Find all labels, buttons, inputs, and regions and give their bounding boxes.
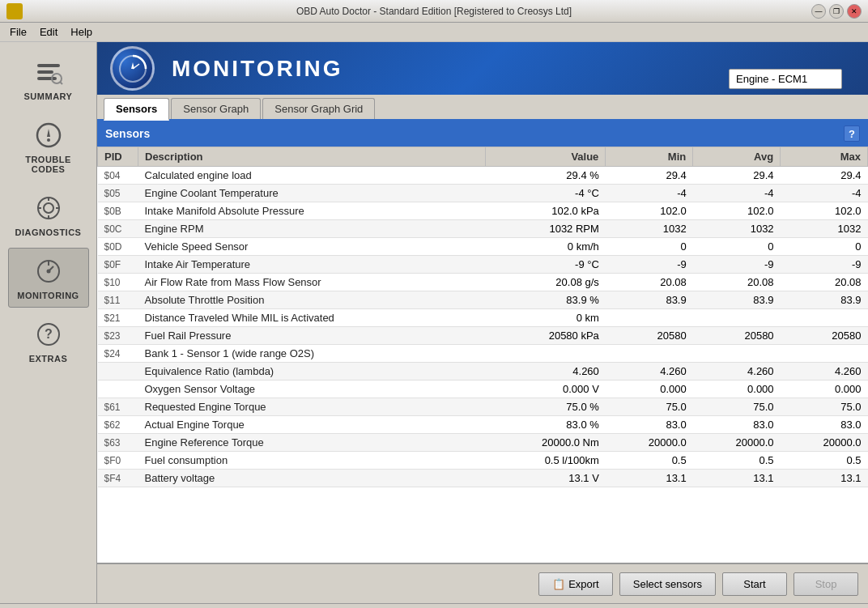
cell-avg: 75.0	[693, 398, 781, 416]
cell-description: Distance Traveled While MIL is Activated	[138, 309, 486, 327]
sidebar-item-trouble-codes[interactable]: TROUBLE CODES	[8, 112, 89, 181]
sidebar-item-summary[interactable]: SUMMARY	[8, 49, 89, 108]
cell-max: 1032	[781, 220, 868, 238]
table-row: $0C Engine RPM 1032 RPM 1032 1032 1032	[98, 220, 868, 238]
sidebar-item-extras[interactable]: ? EXTRAS	[8, 311, 89, 371]
cell-min: -4	[606, 185, 693, 202]
cell-max	[781, 345, 868, 363]
table-row: $04 Calculated engine load 29.4 % 29.4 2…	[98, 167, 868, 185]
cell-max: -9	[781, 256, 868, 274]
svg-text:?: ?	[45, 327, 53, 341]
cell-avg: 102.0	[693, 202, 781, 220]
trouble-codes-icon	[32, 119, 65, 151]
sensors-header-bar: Sensors ?	[97, 121, 868, 147]
svg-point-6	[47, 138, 50, 142]
sidebar-extras-label: EXTRAS	[29, 354, 68, 364]
cell-pid: $62	[98, 416, 138, 434]
sidebar-item-monitoring[interactable]: MONITORING	[8, 248, 89, 308]
menu-help[interactable]: Help	[64, 24, 99, 40]
table-row: $F4 Battery voltage 13.1 V 13.1 13.1 13.…	[98, 470, 868, 487]
cell-pid	[98, 381, 138, 398]
cell-value: 83.0 %	[485, 416, 606, 434]
cell-avg: 20.08	[693, 274, 781, 291]
cell-avg: -9	[693, 256, 781, 274]
tab-sensors[interactable]: Sensors	[104, 98, 169, 121]
cell-avg: 20580	[693, 327, 781, 345]
table-row: $61 Requested Engine Torque 75.0 % 75.0 …	[98, 398, 868, 416]
svg-rect-0	[37, 64, 60, 67]
cell-value: 102.0 kPa	[485, 202, 606, 220]
cell-min: 0	[606, 238, 693, 256]
cell-min: 20580	[606, 327, 693, 345]
tab-sensor-graph[interactable]: Sensor Graph	[171, 98, 261, 119]
sidebar-item-diagnostics[interactable]: DIAGNOSTICS	[8, 185, 89, 244]
cell-value	[485, 345, 606, 363]
cell-min: 0.000	[606, 381, 693, 398]
content-area: MONITORING Engine - ECM1 Transmission AB…	[97, 42, 868, 603]
cell-description: Oxygen Sensor Voltage	[138, 381, 486, 398]
cell-value: 0.5 l/100km	[485, 452, 606, 470]
stop-button[interactable]: Stop	[794, 572, 858, 596]
table-row: $10 Air Flow Rate from Mass Flow Sensor …	[98, 274, 868, 291]
cell-max: 102.0	[781, 202, 868, 220]
cell-description: Engine RPM	[138, 220, 486, 238]
cell-pid: $10	[98, 274, 138, 291]
table-row: $23 Fuel Rail Pressure 20580 kPa 20580 2…	[98, 327, 868, 345]
start-button[interactable]: Start	[722, 572, 787, 596]
sensors-table: PID Description Value Min Avg Max $04 Ca…	[97, 147, 868, 487]
help-button[interactable]: ?	[844, 125, 860, 142]
menu-bar: File Edit Help	[0, 23, 868, 42]
monitoring-header: MONITORING Engine - ECM1 Transmission AB…	[97, 42, 868, 95]
ecu-selector[interactable]: Engine - ECM1 Transmission ABS	[729, 69, 842, 89]
cell-value: 29.4 %	[485, 167, 606, 185]
cell-avg: 0.5	[693, 452, 781, 470]
extras-icon: ?	[32, 318, 65, 351]
sidebar-summary-label: SUMMARY	[24, 91, 73, 101]
minimize-button[interactable]: —	[811, 4, 826, 19]
col-min: Min	[606, 147, 693, 167]
status-bar: Connection: ECU Interface: ELM327 v2.1 P…	[0, 603, 868, 608]
cell-pid: $0D	[98, 238, 138, 256]
cell-min: 1032	[606, 220, 693, 238]
menu-file[interactable]: File	[3, 24, 33, 40]
table-row: $11 Absolute Throttle Position 83.9 % 83…	[98, 291, 868, 309]
cell-value: 20.08 g/s	[485, 274, 606, 291]
table-row: $63 Engine Reference Torque 20000.0 Nm 2…	[98, 434, 868, 452]
cell-avg: 29.4	[693, 167, 781, 185]
cell-max: 29.4	[781, 167, 868, 185]
cell-avg: 83.9	[693, 291, 781, 309]
cell-min: -9	[606, 256, 693, 274]
cell-description: Absolute Throttle Position	[138, 291, 486, 309]
export-button[interactable]: 📋 Export	[538, 572, 613, 596]
restore-button[interactable]: ❐	[829, 4, 844, 19]
close-button[interactable]: ✕	[847, 4, 862, 19]
svg-line-4	[60, 82, 62, 84]
cell-max: 0.5	[781, 452, 868, 470]
cell-min: 20.08	[606, 274, 693, 291]
cell-description: Calculated engine load	[138, 167, 486, 185]
cell-max: 0	[781, 238, 868, 256]
cell-value: 13.1 V	[485, 470, 606, 487]
cell-description: Actual Engine Torque	[138, 416, 486, 434]
cell-pid: $0C	[98, 220, 138, 238]
cell-pid: $04	[98, 167, 138, 185]
cell-value: 1032 RPM	[485, 220, 606, 238]
cell-description: Vehicle Speed Sensor	[138, 238, 486, 256]
select-sensors-button[interactable]: Select sensors	[619, 572, 716, 596]
tab-sensor-graph-grid[interactable]: Sensor Graph Grid	[262, 98, 375, 119]
cell-max: 20000.0	[781, 434, 868, 452]
cell-pid: $0B	[98, 202, 138, 220]
table-row: $0F Intake Air Temperature -9 °C -9 -9 -…	[98, 256, 868, 274]
table-row: $0B Intake Manifold Absolute Pressure 10…	[98, 202, 868, 220]
cell-pid: $F0	[98, 452, 138, 470]
cell-avg: 4.260	[693, 363, 781, 381]
tabs-bar: Sensors Sensor Graph Sensor Graph Grid	[97, 95, 868, 121]
sidebar-trouble-codes-label: TROUBLE CODES	[12, 155, 85, 174]
menu-edit[interactable]: Edit	[33, 24, 64, 40]
cell-value: 75.0 %	[485, 398, 606, 416]
cell-description: Engine Reference Torque	[138, 434, 486, 452]
table-header-row: PID Description Value Min Avg Max	[98, 147, 868, 167]
cell-avg: 1032	[693, 220, 781, 238]
cell-description: Engine Coolant Temperature	[138, 185, 486, 202]
cell-description: Fuel Rail Pressure	[138, 327, 486, 345]
